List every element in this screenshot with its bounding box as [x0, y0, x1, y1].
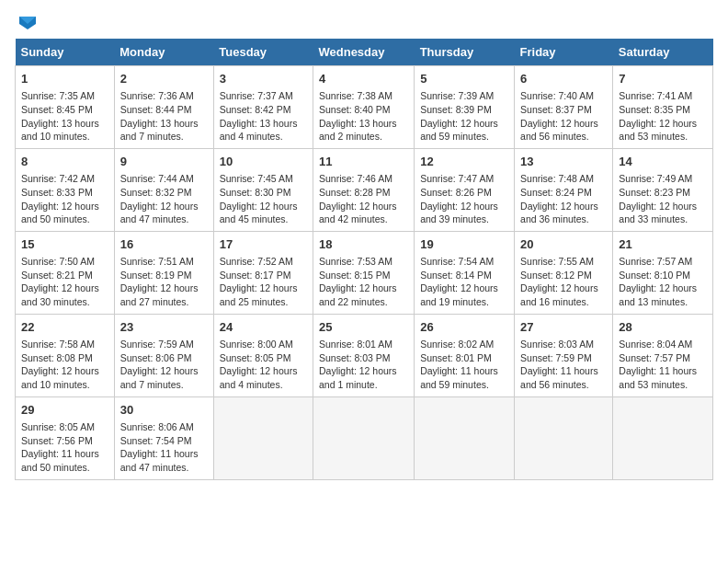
calendar-day-cell: [515, 396, 613, 479]
day-info-line: Sunrise: 7:37 AM: [220, 89, 307, 103]
day-number: 29: [21, 402, 108, 419]
day-info-line: Sunrise: 8:00 AM: [220, 338, 307, 351]
calendar-day-cell: 13Sunrise: 7:48 AMSunset: 8:24 PMDayligh…: [515, 148, 613, 231]
calendar-day-cell: 30Sunrise: 8:06 AMSunset: 7:54 PMDayligh…: [114, 396, 213, 479]
day-info-line: Daylight: 11 hours and 50 minutes.: [21, 447, 108, 474]
calendar-day-cell: 25Sunrise: 8:01 AMSunset: 8:03 PMDayligh…: [313, 314, 414, 396]
day-info-line: Sunrise: 7:46 AM: [319, 172, 408, 186]
weekday-header: Tuesday: [213, 39, 313, 66]
weekday-header: Sunday: [16, 39, 115, 66]
day-number: 6: [520, 71, 607, 87]
day-info-line: Sunset: 8:35 PM: [619, 103, 707, 117]
day-number: 15: [21, 236, 108, 253]
day-info-line: Daylight: 12 hours and 19 minutes.: [420, 282, 508, 308]
day-info-line: Sunset: 8:19 PM: [120, 269, 208, 282]
day-number: 24: [220, 319, 307, 336]
day-info-line: Daylight: 12 hours and 27 minutes.: [120, 282, 208, 308]
calendar-week-row: 22Sunrise: 7:58 AMSunset: 8:08 PMDayligh…: [16, 314, 713, 396]
day-info-line: Sunrise: 8:02 AM: [420, 338, 508, 351]
logo: [15, 15, 39, 28]
calendar-day-cell: 7Sunrise: 7:41 AMSunset: 8:35 PMDaylight…: [613, 66, 713, 149]
day-info-line: Sunrise: 7:54 AM: [420, 255, 508, 269]
day-info-line: Sunrise: 7:47 AM: [420, 172, 508, 186]
day-number: 27: [520, 319, 607, 336]
day-info-line: Sunset: 8:42 PM: [220, 103, 307, 117]
weekday-header: Monday: [114, 39, 213, 66]
day-info-line: Daylight: 13 hours and 2 minutes.: [319, 117, 408, 144]
day-info-line: Sunset: 7:57 PM: [619, 351, 707, 365]
calendar-day-cell: 10Sunrise: 7:45 AMSunset: 8:30 PMDayligh…: [213, 148, 313, 231]
calendar-day-cell: 6Sunrise: 7:40 AMSunset: 8:37 PMDaylight…: [515, 66, 613, 149]
day-info-line: Sunset: 7:59 PM: [520, 351, 607, 365]
day-info-line: Daylight: 12 hours and 39 minutes.: [420, 200, 508, 226]
day-number: 14: [619, 154, 707, 170]
day-number: 18: [319, 236, 408, 253]
day-number: 3: [220, 71, 307, 87]
calendar-day-cell: 1Sunrise: 7:35 AMSunset: 8:45 PMDaylight…: [16, 66, 115, 149]
calendar-day-cell: 29Sunrise: 8:05 AMSunset: 7:56 PMDayligh…: [16, 396, 115, 479]
day-info-line: Sunrise: 7:40 AM: [520, 89, 607, 103]
day-info-line: Sunset: 8:40 PM: [319, 103, 408, 117]
calendar-day-cell: 2Sunrise: 7:36 AMSunset: 8:44 PMDaylight…: [114, 66, 213, 149]
weekday-header: Thursday: [415, 39, 515, 66]
day-info-line: Sunset: 8:39 PM: [420, 103, 508, 117]
weekday-header: Friday: [515, 39, 613, 66]
day-number: 10: [220, 154, 307, 170]
calendar-day-cell: 28Sunrise: 8:04 AMSunset: 7:57 PMDayligh…: [613, 314, 713, 396]
calendar-day-cell: 26Sunrise: 8:02 AMSunset: 8:01 PMDayligh…: [415, 314, 515, 396]
day-info-line: Sunset: 8:30 PM: [220, 186, 307, 200]
day-number: 23: [120, 319, 208, 336]
day-info-line: Daylight: 13 hours and 4 minutes.: [220, 117, 307, 144]
day-info-line: Sunrise: 8:05 AM: [21, 420, 108, 434]
day-info-line: Sunrise: 8:03 AM: [520, 338, 607, 351]
day-info-line: Daylight: 12 hours and 42 minutes.: [319, 200, 408, 226]
calendar-week-row: 29Sunrise: 8:05 AMSunset: 7:56 PMDayligh…: [16, 396, 713, 479]
day-number: 12: [420, 154, 508, 170]
day-number: 16: [120, 236, 208, 253]
calendar-day-cell: 23Sunrise: 7:59 AMSunset: 8:06 PMDayligh…: [114, 314, 213, 396]
calendar-day-cell: [213, 396, 313, 479]
logo-flag-icon: [17, 15, 38, 31]
day-info-line: Sunset: 8:24 PM: [520, 186, 607, 200]
day-info-line: Sunrise: 7:57 AM: [619, 255, 707, 269]
calendar-day-cell: 22Sunrise: 7:58 AMSunset: 8:08 PMDayligh…: [16, 314, 115, 396]
calendar-day-cell: 16Sunrise: 7:51 AMSunset: 8:19 PMDayligh…: [114, 231, 213, 314]
calendar-day-cell: 15Sunrise: 7:50 AMSunset: 8:21 PMDayligh…: [16, 231, 115, 314]
day-info-line: Daylight: 12 hours and 30 minutes.: [21, 282, 108, 308]
day-info-line: Sunrise: 7:53 AM: [319, 255, 408, 269]
day-info-line: Daylight: 11 hours and 56 minutes.: [520, 364, 607, 391]
day-info-line: Daylight: 12 hours and 50 minutes.: [21, 200, 108, 226]
day-info-line: Daylight: 12 hours and 59 minutes.: [420, 117, 508, 144]
day-info-line: Daylight: 12 hours and 13 minutes.: [619, 282, 707, 308]
day-info-line: Sunset: 8:05 PM: [220, 351, 307, 365]
day-info-line: Sunset: 7:54 PM: [120, 434, 208, 448]
day-info-line: Sunset: 8:12 PM: [520, 269, 607, 282]
day-info-line: Sunrise: 7:48 AM: [520, 172, 607, 186]
weekday-header: Wednesday: [313, 39, 414, 66]
weekday-header: Saturday: [613, 39, 713, 66]
day-info-line: Sunset: 8:45 PM: [21, 103, 108, 117]
calendar-day-cell: 8Sunrise: 7:42 AMSunset: 8:33 PMDaylight…: [16, 148, 115, 231]
day-number: 5: [420, 71, 508, 87]
day-info-line: Daylight: 12 hours and 56 minutes.: [520, 117, 607, 144]
calendar-day-cell: [415, 396, 515, 479]
day-info-line: Daylight: 12 hours and 10 minutes.: [21, 364, 108, 391]
day-info-line: Sunrise: 7:45 AM: [220, 172, 307, 186]
day-info-line: Sunrise: 8:04 AM: [619, 338, 707, 351]
day-info-line: Sunset: 8:28 PM: [319, 186, 408, 200]
day-info-line: Sunset: 8:26 PM: [420, 186, 508, 200]
day-info-line: Sunrise: 7:52 AM: [220, 255, 307, 269]
day-info-line: Sunrise: 8:01 AM: [319, 338, 408, 351]
calendar-day-cell: 19Sunrise: 7:54 AMSunset: 8:14 PMDayligh…: [415, 231, 515, 314]
calendar-week-row: 1Sunrise: 7:35 AMSunset: 8:45 PMDaylight…: [16, 66, 713, 149]
day-info-line: Daylight: 13 hours and 10 minutes.: [21, 117, 108, 144]
day-info-line: Sunrise: 7:38 AM: [319, 89, 408, 103]
day-info-line: Daylight: 12 hours and 1 minute.: [319, 364, 408, 391]
calendar-day-cell: 27Sunrise: 8:03 AMSunset: 7:59 PMDayligh…: [515, 314, 613, 396]
day-info-line: Daylight: 11 hours and 53 minutes.: [619, 364, 707, 391]
day-info-line: Sunset: 8:32 PM: [120, 186, 208, 200]
calendar-day-cell: [613, 396, 713, 479]
day-info-line: Daylight: 12 hours and 4 minutes.: [220, 364, 307, 391]
day-info-line: Sunrise: 7:35 AM: [21, 89, 108, 103]
day-info-line: Sunset: 7:56 PM: [21, 434, 108, 448]
